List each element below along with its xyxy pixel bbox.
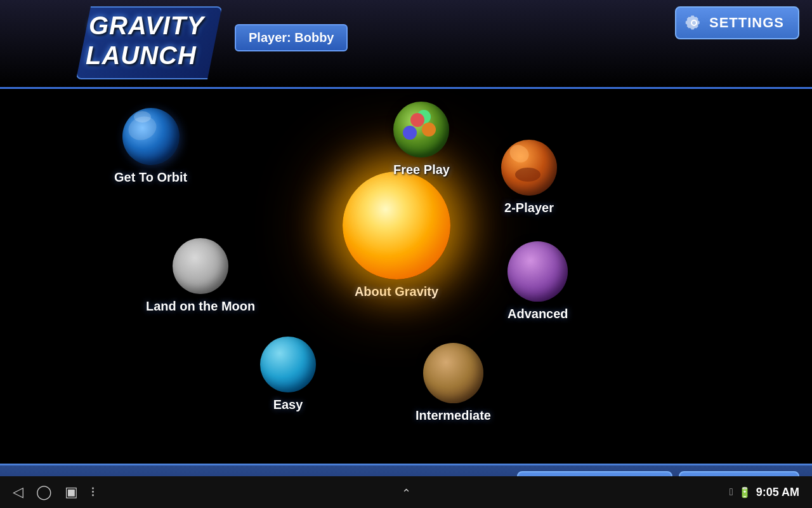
logo-area: GRAVITY LAUNCH	[76, 6, 222, 79]
moon-label: Land on the Moon	[146, 299, 255, 314]
easy-sphere	[260, 337, 316, 392]
logo-box: GRAVITY LAUNCH	[76, 6, 222, 79]
android-status-bar: ◁ ◯ ▣ ⁝ ⌃  🔋 9:05 AM	[0, 476, 812, 508]
settings-label: SETTINGS	[709, 15, 784, 31]
up-arrow-icon: ⌃	[402, 487, 411, 500]
planet-sun-item[interactable]: About Gravity	[343, 171, 450, 299]
player-badge: Player: Bobby	[235, 24, 348, 51]
intermediate-label: Intermediate	[416, 408, 491, 423]
planet-easy-item[interactable]: Easy	[260, 337, 316, 412]
earth-label: Get To Orbit	[114, 170, 187, 185]
recents-button[interactable]: ▣	[65, 484, 78, 500]
moon-sphere	[173, 238, 228, 294]
freeplay-sphere	[393, 102, 449, 157]
menu-button[interactable]: ⁝	[91, 484, 95, 500]
wifi-icon: 	[730, 486, 733, 498]
gear-icon	[685, 14, 703, 32]
planet-moon-item[interactable]: Land on the Moon	[146, 238, 255, 314]
logo-launch-text: LAUNCH	[86, 41, 197, 70]
game-area: Get To Orbit Land on the Moon About Grav…	[0, 89, 812, 464]
home-button[interactable]: ◯	[36, 484, 52, 500]
advanced-sphere	[508, 241, 568, 302]
top-bar: GRAVITY LAUNCH Player: Bobby SETTINGS	[0, 0, 812, 89]
earth-sphere	[122, 108, 180, 165]
back-button[interactable]: ◁	[13, 484, 23, 500]
twoplayer-sphere	[501, 140, 557, 196]
easy-label: Easy	[273, 398, 303, 412]
sun-label: About Gravity	[355, 284, 438, 299]
advanced-label: Advanced	[508, 307, 568, 321]
sun-sphere	[343, 171, 450, 279]
player-label: Player: Bobby	[249, 30, 334, 44]
status-right:  🔋 9:05 AM	[730, 486, 799, 499]
planet-2player-item[interactable]: 2-Player	[501, 140, 557, 215]
intermediate-sphere	[423, 343, 483, 403]
planet-earth-item[interactable]: Get To Orbit	[114, 108, 187, 185]
logo-gravity-text: GRAVITY	[89, 11, 204, 40]
time-display: 9:05 AM	[756, 486, 799, 499]
battery-icon: 🔋	[738, 486, 751, 498]
planet-freeplay-item[interactable]: Free Play	[393, 102, 450, 177]
planet-advanced-item[interactable]: Advanced	[508, 241, 568, 321]
planet-intermediate-item[interactable]: Intermediate	[416, 343, 491, 423]
twoplayer-label: 2-Player	[504, 201, 554, 215]
settings-button[interactable]: SETTINGS	[675, 6, 799, 39]
freeplay-label: Free Play	[393, 163, 450, 177]
